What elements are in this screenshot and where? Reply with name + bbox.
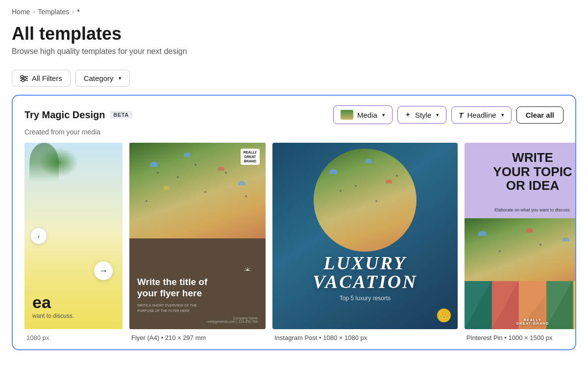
card1-label: 1080 px	[24, 329, 122, 349]
category-label: Category	[84, 74, 114, 82]
svg-point-3	[21, 75, 24, 78]
card1-bottom-content: ea want to discuss.	[32, 294, 115, 319]
magic-controls: Media ▾ ✦ Style ▾ T Headline ▾ Clear all	[333, 105, 564, 124]
breadcrumb-current: *	[77, 8, 79, 16]
media-thumbnail-icon	[341, 110, 353, 120]
page-subtitle: Browse high quality templates for your n…	[12, 47, 576, 56]
category-dropdown-button[interactable]: Category ▾	[75, 70, 130, 87]
templates-area: ‹ → ea want to discuss. 1080 px	[13, 143, 575, 349]
template-card-flyer[interactable]: REALLYGREATBRAND ☀ YOUR LOGO Write the t…	[129, 143, 266, 349]
all-filters-button[interactable]: All Filters	[12, 70, 71, 87]
style-label: Style	[415, 111, 431, 119]
filter-bar: All Filters Category ▾	[0, 64, 588, 95]
card3-luxury-title: LUXURYVACATION	[272, 254, 458, 291]
magic-title-row: Try Magic Design BETA	[24, 109, 132, 121]
card3-top5-subtitle: Top 5 luxury resorts	[272, 295, 458, 302]
magic-subtitle: Created from your media	[13, 127, 575, 143]
card1-small-text: want to discuss.	[32, 312, 115, 319]
svg-point-5	[22, 79, 24, 81]
prev-nav-arrow[interactable]: ‹	[30, 228, 47, 244]
crown-badge: 👑	[437, 309, 451, 322]
card4-elaborate-subtitle: Elaborate on what you want to discuss.	[465, 207, 575, 212]
headline-chevron-icon: ▾	[501, 112, 504, 118]
template-card-pinterest[interactable]: WRITEYOUR TOPICOR IDEA Elaborate on what…	[465, 143, 575, 349]
style-plus-icon: ✦	[405, 110, 411, 119]
media-dropdown-button[interactable]: Media ▾	[333, 105, 392, 124]
magic-header: Try Magic Design BETA Media ▾ ✦ Style ▾ …	[13, 96, 575, 127]
style-chevron-icon: ▾	[436, 112, 439, 118]
card2-footer-text: Company Namereallygreatsite.com | 123-45…	[137, 316, 258, 323]
page-title: All templates	[12, 24, 576, 44]
filters-icon	[20, 75, 28, 82]
magic-design-container: Try Magic Design BETA Media ▾ ✦ Style ▾ …	[12, 95, 576, 350]
card1-next-arrow[interactable]: →	[94, 261, 113, 280]
card2-visual: REALLYGREATBRAND ☀ YOUR LOGO Write the t…	[129, 143, 266, 329]
category-chevron-icon: ▾	[119, 75, 122, 81]
card4-aerial-section	[465, 218, 575, 282]
card3-circle-image	[314, 149, 416, 252]
template-card-instagram[interactable]: LUXURYVACATION Top 5 luxury resorts 👑 In…	[272, 143, 458, 349]
magic-design-title: Try Magic Design	[24, 109, 105, 121]
clear-all-button[interactable]: Clear all	[516, 106, 564, 124]
card2-title-text: Write the title ofyour flyer here	[137, 277, 258, 299]
breadcrumb: Home › Templates › *	[0, 0, 588, 20]
headline-label: Headline	[467, 111, 496, 119]
card2-content-area: Write the title ofyour flyer here WRITE …	[129, 271, 266, 329]
all-filters-label: All Filters	[32, 74, 62, 82]
breadcrumb-chevron-1: ›	[33, 8, 35, 15]
template-card-partial[interactable]: ‹ → ea want to discuss. 1080 px	[24, 143, 122, 349]
card2-brand-badge: REALLYGREATBRAND	[241, 149, 260, 165]
breadcrumb-templates[interactable]: Templates	[38, 8, 69, 16]
cards-container: ‹ → ea want to discuss. 1080 px	[13, 143, 575, 349]
page-header: All templates Browse high quality templa…	[0, 20, 588, 64]
card2-label: Flyer (A4) • 210 × 297 mm	[129, 329, 266, 349]
card1-big-text: ea	[32, 294, 115, 311]
card4-brand-text: REALLYGREAT BRAND	[465, 318, 575, 325]
headline-dropdown-button[interactable]: T Headline ▾	[451, 106, 511, 124]
card3-label: Instagram Post • 1080 × 1080 px	[272, 329, 458, 349]
card3-visual: LUXURYVACATION Top 5 luxury resorts 👑	[272, 143, 458, 329]
beta-badge: BETA	[110, 111, 132, 119]
card4-write-title: WRITEYOUR TOPICOR IDEA	[465, 151, 575, 193]
card1-visual: ‹ → ea want to discuss.	[24, 143, 122, 329]
media-label: Media	[357, 111, 377, 119]
media-chevron-icon: ▾	[382, 112, 385, 118]
style-dropdown-button[interactable]: ✦ Style ▾	[397, 106, 446, 124]
card2-desc-text: WRITE A SHORT OVERVIEW OF THEPURPOSE OF …	[137, 303, 258, 313]
headline-T-icon: T	[459, 111, 463, 119]
breadcrumb-home[interactable]: Home	[12, 8, 30, 16]
card4-visual: WRITEYOUR TOPICOR IDEA Elaborate on what…	[465, 143, 575, 329]
breadcrumb-chevron-2: ›	[72, 8, 74, 15]
card4-label: Pinterest Pin • 1000 × 1500 px	[465, 329, 575, 349]
